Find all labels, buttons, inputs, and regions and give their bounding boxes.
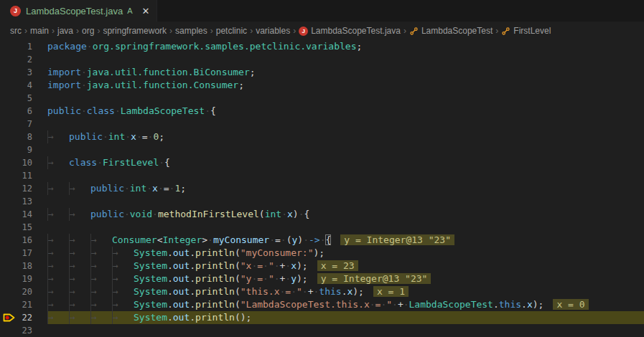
code-token: · — [124, 183, 130, 194]
breakpoint-gutter — [0, 130, 17, 143]
code-line-content[interactable] — [47, 221, 644, 234]
gutter[interactable]: 17 — [0, 247, 47, 260]
debug-current-line-icon[interactable] — [0, 311, 17, 324]
gutter[interactable]: 21 — [0, 298, 47, 311]
code-line[interactable]: 5 — [0, 92, 644, 105]
whitespace-dot: · — [136, 131, 142, 142]
code-line[interactable]: 1package·org.springframework.samples.pet… — [0, 40, 644, 53]
code-line-content[interactable]: →→→→System.out.println(); — [47, 311, 644, 324]
breadcrumb-item-petclinic[interactable]: petclinic — [216, 26, 247, 36]
breadcrumb-separator: › — [76, 26, 79, 36]
code-line[interactable]: 3import·java.util.function.BiConsumer; — [0, 66, 644, 79]
breadcrumb-item-lambdascopetest[interactable]: LambdaScopeTest — [409, 26, 493, 36]
code-line[interactable]: 2 — [0, 53, 644, 66]
breakpoint-gutter — [0, 169, 17, 182]
code-line-content[interactable]: →→→→System.out.println("y·=·"·+·y);y = I… — [47, 272, 644, 285]
code-line-content[interactable]: →→public·int·x·=·1; — [47, 182, 644, 195]
code-line-content[interactable]: →class·FirstLevel·{ — [47, 156, 644, 169]
gutter[interactable]: 1 — [0, 40, 47, 53]
whitespace-dot: · — [124, 183, 130, 194]
code-line[interactable]: 14→→public·void·methodInFirstLevel(int·x… — [0, 208, 644, 221]
code-line-content[interactable] — [47, 143, 644, 156]
code-line[interactable]: 21→→→→System.out.println("LambdaScopeTes… — [0, 298, 644, 311]
whitespace-dot: · — [251, 260, 257, 271]
code-line[interactable]: 10→class·FirstLevel·{ — [0, 156, 644, 169]
gutter[interactable]: 15 — [0, 221, 47, 234]
code-line-content[interactable] — [47, 118, 644, 130]
gutter[interactable]: 11 — [0, 169, 47, 182]
code-line[interactable]: 15 — [0, 221, 644, 234]
line-number: 20 — [17, 285, 47, 298]
line-number: 19 — [17, 272, 47, 285]
line-number: 15 — [17, 221, 47, 234]
gutter[interactable]: 22 — [0, 311, 47, 324]
gutter[interactable]: 4 — [0, 79, 47, 92]
code-line[interactable]: 12→→public·int·x·=·1; — [0, 182, 644, 195]
code-line-content[interactable]: →→public·void·methodInFirstLevel(int·x)·… — [47, 208, 644, 221]
code-line-content[interactable] — [47, 169, 644, 182]
gutter[interactable]: 12 — [0, 182, 47, 195]
breadcrumb-item-springframework[interactable]: springframework — [103, 26, 167, 36]
code-line-content[interactable]: import·java.util.function.BiConsumer; — [47, 66, 644, 79]
code-line-content[interactable] — [47, 195, 644, 208]
code-token: ( — [235, 286, 241, 297]
code-line[interactable]: 11 — [0, 169, 644, 182]
gutter[interactable]: 5 — [0, 92, 47, 105]
gutter[interactable]: 8 — [0, 130, 47, 143]
code-line-content[interactable]: →→→Consumer<Integer>·myConsumer·=·(y)·->… — [47, 234, 644, 247]
code-line[interactable]: 8→public·int·x·=·0; — [0, 130, 644, 143]
gutter[interactable]: 7 — [0, 118, 47, 130]
breadcrumb-item-firstlevel[interactable]: FirstLevel — [501, 26, 551, 36]
code-line[interactable]: 17→→→→System.out.println("myConsumer:"); — [0, 247, 644, 260]
code-line-content[interactable]: →→→→System.out.println("myConsumer:"); — [47, 247, 644, 260]
code-line-content[interactable] — [47, 53, 644, 66]
code-line[interactable]: 22→→→→System.out.println(); — [0, 311, 644, 324]
gutter[interactable]: 14 — [0, 208, 47, 221]
gutter[interactable]: 20 — [0, 285, 47, 298]
tab-lambdascopetest[interactable]: J LambdaScopeTest.java A ✕ — [0, 0, 157, 22]
breadcrumb-item-variables[interactable]: variables — [256, 26, 290, 36]
code-line[interactable]: 19→→→→System.out.println("y·=·"·+·y);y =… — [0, 272, 644, 285]
breadcrumb-item-samples[interactable]: samples — [175, 26, 207, 36]
gutter[interactable]: 3 — [0, 66, 47, 79]
close-icon[interactable]: ✕ — [142, 6, 150, 16]
code-line[interactable]: 6public·class·LambdaScopeTest·{ — [0, 105, 644, 118]
breadcrumb-item-src[interactable]: src — [10, 26, 22, 36]
code-line-content[interactable]: →public·int·x·=·0; — [47, 130, 644, 143]
code-token: "x·=·" — [241, 260, 274, 271]
code-line[interactable]: 18→→→→System.out.println("x·=·"·+·x);x =… — [0, 260, 644, 272]
code-token: this — [319, 286, 341, 297]
code-token: ( — [235, 299, 241, 310]
breadcrumb-item-lambdascopetest-java[interactable]: JLambdaScopeTest.java — [299, 26, 401, 36]
breadcrumb-item-org[interactable]: org — [82, 26, 94, 36]
code-token: import — [47, 67, 81, 77]
code-line[interactable]: 7 — [0, 118, 644, 130]
code-line[interactable]: 13 — [0, 195, 644, 208]
code-line[interactable]: 20→→→→System.out.println("this.x·=·"·+·t… — [0, 285, 644, 298]
whitespace-dot: · — [281, 209, 287, 219]
code-line-content[interactable]: →→→→System.out.println("x·=·"·+·x);x = 2… — [47, 260, 644, 272]
gutter[interactable]: 19 — [0, 272, 47, 285]
gutter[interactable]: 23 — [0, 324, 47, 337]
gutter[interactable]: 16 — [0, 234, 47, 247]
code-line-content[interactable]: import·java.util.function.Consumer; — [47, 79, 644, 92]
gutter[interactable]: 2 — [0, 53, 47, 66]
code-token: import — [47, 80, 81, 90]
breadcrumb-item-main[interactable]: main — [30, 26, 49, 36]
code-line-content[interactable]: package·org.springframework.samples.petc… — [47, 40, 644, 53]
code-line[interactable]: 4import·java.util.function.Consumer; — [0, 79, 644, 92]
code-line[interactable]: 9 — [0, 143, 644, 156]
code-line-content[interactable] — [47, 92, 644, 105]
code-line-content[interactable] — [47, 324, 644, 337]
code-line[interactable]: 23 — [0, 324, 644, 337]
breadcrumb-item-java[interactable]: java — [57, 26, 73, 36]
code-line-content[interactable]: →→→→System.out.println("this.x·=·"·+·thi… — [47, 285, 644, 298]
gutter[interactable]: 9 — [0, 143, 47, 156]
gutter[interactable]: 13 — [0, 195, 47, 208]
code-line[interactable]: 16→→→Consumer<Integer>·myConsumer·=·(y)·… — [0, 234, 644, 247]
code-line-content[interactable]: →→→→System.out.println("LambdaScopeTest.… — [47, 298, 644, 311]
gutter[interactable]: 10 — [0, 156, 47, 169]
gutter[interactable]: 6 — [0, 105, 47, 118]
code-line-content[interactable]: public·class·LambdaScopeTest·{ — [47, 105, 644, 118]
gutter[interactable]: 18 — [0, 260, 47, 272]
